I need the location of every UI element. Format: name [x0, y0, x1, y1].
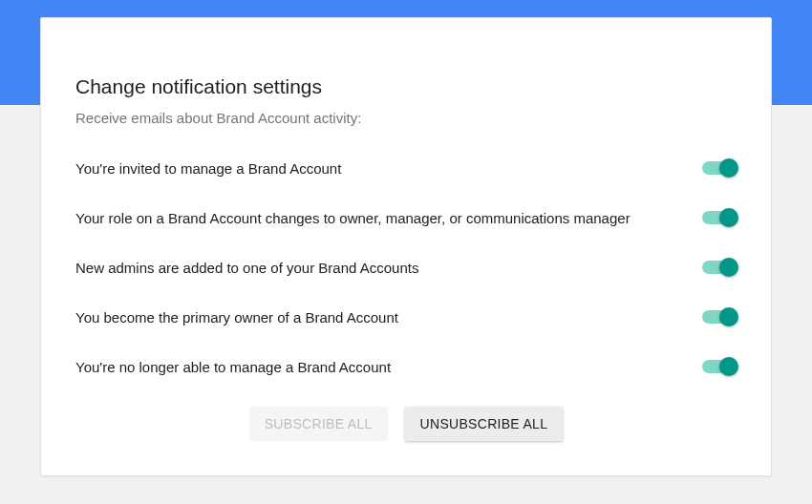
toggle-thumb — [719, 158, 738, 178]
notification-toggle-invited[interactable] — [702, 158, 737, 178]
notification-row: New admins are added to one of your Bran… — [75, 258, 737, 277]
notification-toggle-primary-owner[interactable] — [702, 307, 737, 326]
unsubscribe-all-button[interactable]: UNSUBSCRIBE ALL — [405, 407, 564, 441]
notification-toggle-new-admins[interactable] — [702, 258, 737, 277]
toggle-thumb — [719, 307, 738, 326]
toggle-thumb — [719, 357, 738, 376]
notification-toggle-role-change[interactable] — [702, 208, 737, 227]
notification-row: Your role on a Brand Account changes to … — [75, 208, 737, 227]
button-row: SUBSCRIBE ALL UNSUBSCRIBE ALL — [75, 407, 737, 441]
notification-label: Your role on a Brand Account changes to … — [75, 210, 630, 226]
notification-row: You become the primary owner of a Brand … — [75, 307, 737, 326]
notification-label: You're invited to manage a Brand Account — [75, 160, 341, 177]
page-title: Change notification settings — [75, 75, 737, 98]
notification-label: You become the primary owner of a Brand … — [75, 309, 398, 326]
notification-label: New admins are added to one of your Bran… — [75, 260, 418, 276]
notification-toggle-no-longer-manage[interactable] — [702, 357, 737, 376]
toggle-thumb — [719, 208, 738, 227]
subscribe-all-button[interactable]: SUBSCRIBE ALL — [249, 407, 388, 441]
notification-row: You're no longer able to manage a Brand … — [75, 357, 737, 376]
notification-row: You're invited to manage a Brand Account — [75, 158, 737, 178]
notification-label: You're no longer able to manage a Brand … — [75, 359, 391, 375]
toggle-thumb — [719, 258, 738, 277]
page-subtitle: Receive emails about Brand Account activ… — [75, 110, 737, 126]
notification-settings-card: Change notification settings Receive ema… — [40, 17, 772, 476]
